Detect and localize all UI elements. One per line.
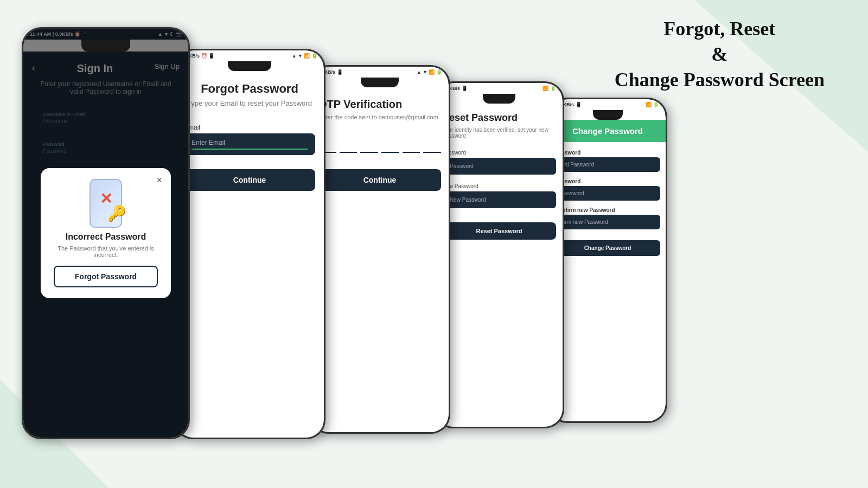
phone-illustration: ✕ 🔑 <box>90 179 122 228</box>
reset-password-label: Password <box>442 150 556 156</box>
modal-title: Incorrect Password <box>54 232 158 242</box>
phone4-status-bar: 0.0KB/s 📱 📶 🔋 <box>436 83 563 94</box>
email-input[interactable]: Enter Email <box>184 133 315 155</box>
phone1-signin: 11:44 AM | 0.0KB/s ⏰ 📱 ▲ ▼ ☾ 📷 ‹ Sign In… <box>22 27 190 439</box>
change-password-button[interactable]: Change Password <box>555 240 660 256</box>
new-password-label: New Password <box>442 183 556 189</box>
modal-icon: ✕ 🔑 <box>54 179 158 228</box>
new-password-input[interactable]: New Password <box>442 191 556 208</box>
old-password-input[interactable]: Old Password <box>555 157 660 172</box>
phone5-change-password: 0.0KB/s 📱 📶 🔋 Change Password Password O… <box>548 98 667 423</box>
phone3-otp-verification: 0.0KB/s 📱 ▲ ▼ 📶 🔋 OTP Verification Enter… <box>309 65 450 434</box>
modal-description: The Password that you've entered is inco… <box>54 245 158 258</box>
change-password-header-title: Change Password <box>556 126 659 136</box>
phone2-notch <box>228 61 271 71</box>
phone3-status-bar: 0.0KB/s 📱 ▲ ▼ 📶 🔋 <box>311 67 449 78</box>
change-password-screen: Change Password Password Old Password Pa… <box>550 120 666 421</box>
reset-password-screen: Reset Password Your identity has been ve… <box>436 104 563 427</box>
otp-title: OTP Verification <box>318 98 441 111</box>
confirm-password-label: Confirm new Password <box>555 207 660 213</box>
phone3-notch <box>361 78 399 87</box>
modal-close-button[interactable]: × <box>156 175 162 186</box>
email-label: Email <box>184 124 315 131</box>
phone2-status-bar: 0.0KB/s ⏰ 📱 ▲ ▼ 📶 🔋 <box>175 50 324 61</box>
phone5-status-bar: 0.0KB/s 📱 📶 🔋 <box>550 99 666 110</box>
reset-password-group: Password Password <box>442 150 556 175</box>
change-new-password-input[interactable]: Password <box>555 186 660 201</box>
otp-input-group <box>318 133 441 153</box>
new-password-group-5: Password Password <box>555 178 660 201</box>
phones-container: 11:44 AM | 0.0KB/s ⏰ 📱 ▲ ▼ ☾ 📷 ‹ Sign In… <box>22 27 667 439</box>
otp-box-2[interactable] <box>340 133 358 153</box>
confirm-password-group: Confirm new Password Firm new Password <box>555 207 660 229</box>
otp-screen: OTP Verification Enter the code sent to … <box>311 87 449 432</box>
old-password-group: Password Old Password <box>555 150 660 172</box>
phone2-forgot-password: 0.0KB/s ⏰ 📱 ▲ ▼ 📶 🔋 Forgot Password Type… <box>174 49 326 439</box>
forgot-password-button[interactable]: Forgot Password <box>54 266 158 287</box>
otp-box-5[interactable] <box>403 133 420 153</box>
reset-subtitle: Your identity has been verified, set you… <box>442 127 556 139</box>
otp-box-3[interactable] <box>360 133 378 153</box>
forgot-subtitle: Type your Email to reset your Password <box>184 99 315 107</box>
otp-box-4[interactable] <box>381 133 399 153</box>
change-new-password-label: Password <box>555 178 660 184</box>
email-input-field[interactable]: Enter Email <box>192 139 308 150</box>
otp-subtitle: Enter the code sent to demouser@gmail.co… <box>318 114 441 120</box>
incorrect-password-modal: × ✕ 🔑 Incorrect Password The Password th… <box>41 168 171 298</box>
forgot-password-screen: Forgot Password Type your Email to reset… <box>175 71 324 438</box>
modal-overlay: × ✕ 🔑 Incorrect Password The Password th… <box>23 29 188 438</box>
otp-box-6[interactable] <box>423 133 441 153</box>
reset-password-input[interactable]: Password <box>442 158 556 175</box>
change-password-header: Change Password <box>550 120 666 142</box>
old-password-label: Password <box>555 150 660 156</box>
reset-title: Reset Password <box>442 112 556 124</box>
phone4-reset-password: 0.0KB/s 📱 📶 🔋 Reset Password Your identi… <box>434 81 564 428</box>
new-password-group: New Password New Password <box>442 183 556 208</box>
email-form-group: Email Enter Email <box>184 124 315 155</box>
phone4-notch <box>483 94 515 104</box>
confirm-password-input[interactable]: Firm new Password <box>555 215 660 229</box>
phone5-notch <box>593 110 623 120</box>
otp-continue-button[interactable]: Continue <box>318 169 441 191</box>
signin-screen: ‹ Sign In Sign Up Enter your registered … <box>23 52 188 438</box>
forgot-continue-button[interactable]: Continue <box>184 169 315 191</box>
change-password-body: Password Old Password Password Password … <box>550 142 666 264</box>
forgot-title: Forgot Password <box>184 82 315 96</box>
phone1-notch <box>81 40 130 52</box>
reset-password-button[interactable]: Reset Password <box>442 222 556 240</box>
